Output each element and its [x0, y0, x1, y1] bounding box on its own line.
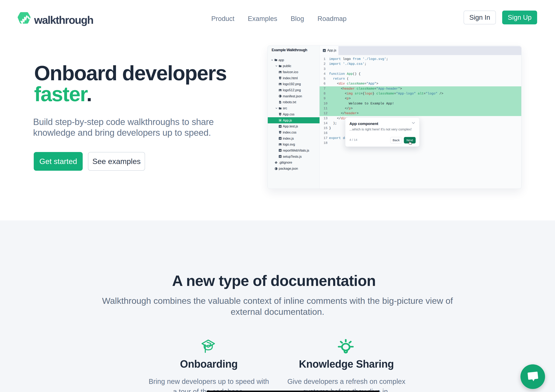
svg-text:JS: JS — [279, 150, 281, 151]
svg-text:JS: JS — [279, 120, 281, 121]
svg-text:JS: JS — [279, 138, 281, 139]
svg-text:JS: JS — [279, 156, 281, 157]
svg-text:JS: JS — [323, 50, 325, 52]
svg-text:JS: JS — [279, 126, 281, 127]
svg-text:3: 3 — [280, 132, 281, 133]
svg-text:3: 3 — [280, 113, 281, 115]
